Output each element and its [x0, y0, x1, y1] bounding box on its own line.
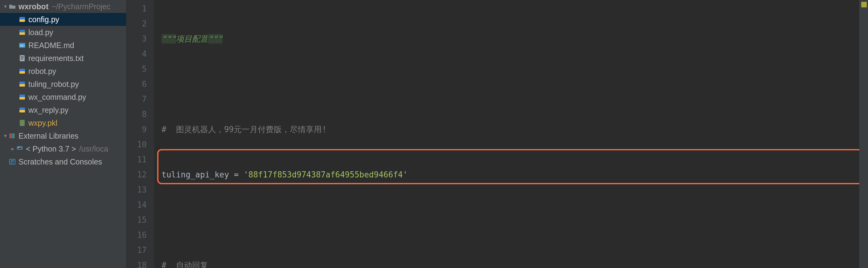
txt-file-icon: [18, 55, 27, 62]
code-line: tuling_api_key = '88f17f853d974387af6495…: [154, 167, 859, 182]
tree-root[interactable]: ▾ wxrobot ~/PycharmProjec: [0, 0, 126, 13]
tree-file-label: config.py: [28, 13, 59, 26]
svg-rect-14: [20, 110, 25, 112]
svg-rect-1: [20, 20, 25, 22]
py-file-icon: [18, 16, 27, 23]
svg-rect-10: [20, 84, 25, 87]
svg-rect-16: [9, 133, 11, 138]
svg-rect-8: [20, 71, 25, 74]
line-number: 16: [126, 228, 147, 243]
line-number: 2: [126, 16, 147, 31]
tree-file-label: wxpy.pkl: [28, 116, 57, 129]
tree-file[interactable]: requirements.txt: [0, 52, 126, 65]
project-tree[interactable]: ▾ wxrobot ~/PycharmProjec config.pyload.…: [0, 0, 126, 268]
code-line: """项目配置""": [154, 31, 859, 46]
tree-file-label: load.py: [28, 26, 53, 39]
tree-file[interactable]: config.py: [0, 13, 126, 26]
tree-root-name: wxrobot: [19, 0, 49, 13]
tree-file[interactable]: wxpy.pkl: [0, 116, 126, 129]
code-editor[interactable]: """项目配置""" # 图灵机器人，99元一月付费版，尽情享用! tuling…: [154, 0, 859, 268]
line-number: 8: [126, 107, 147, 122]
line-number: 9: [126, 122, 147, 137]
scratch-icon: [8, 159, 17, 165]
tree-file[interactable]: wx_reply.py: [0, 103, 126, 116]
line-number: 4: [126, 46, 147, 62]
tree-file[interactable]: wx_command.py: [0, 91, 126, 103]
tree-python-env-label: < Python 3.7 >: [26, 142, 76, 155]
line-number: 18: [126, 258, 147, 268]
py-file-icon: [18, 68, 27, 74]
tree-ext-lib-label: External Libraries: [19, 129, 79, 142]
line-number: 3: [126, 31, 147, 46]
tree-file-label: wx_command.py: [28, 91, 86, 103]
tree-file-label: wx_reply.py: [28, 103, 68, 116]
line-number: 13: [126, 182, 147, 197]
line-number-gutter[interactable]: 1234567891011121314151617181920: [126, 0, 154, 268]
tree-external-libraries[interactable]: ▾ External Libraries: [0, 129, 126, 142]
code-line: [154, 77, 859, 92]
tree-file[interactable]: load.py: [0, 26, 126, 39]
code-line: # 图灵机器人，99元一月付费版，尽情享用!: [154, 122, 859, 137]
tree-scratches-label: Scratches and Consoles: [19, 155, 102, 168]
svg-rect-6: [20, 55, 25, 61]
line-number: 12: [126, 167, 147, 182]
chevron-down-icon: ▾: [2, 0, 8, 13]
tree-python-env[interactable]: ▸ < Python 3.7 > /usr/loca: [0, 142, 126, 155]
tree-python-env-path: /usr/loca: [79, 142, 108, 155]
editor-scrollbar[interactable]: [859, 0, 868, 268]
tree-root-path: ~/PycharmProjec: [52, 0, 110, 13]
svg-rect-15: [20, 120, 25, 126]
warning-indicator-icon: [861, 2, 867, 7]
chevron-down-icon: ▾: [2, 129, 8, 142]
line-number: 1: [126, 1, 147, 16]
tree-file-label: requirements.txt: [28, 52, 84, 65]
tree-file-label: tuling_robot.py: [28, 78, 79, 91]
py-file-icon: [18, 94, 27, 100]
pkl-file-icon: [18, 120, 27, 126]
line-number: 17: [126, 243, 147, 258]
tree-file[interactable]: robot.py: [0, 65, 126, 78]
line-number: 15: [126, 212, 147, 228]
tree-file[interactable]: tuling_robot.py: [0, 78, 126, 91]
line-number: 5: [126, 62, 147, 77]
py-file-icon: [18, 29, 27, 36]
line-number: 10: [126, 137, 147, 152]
svg-rect-18: [13, 133, 14, 138]
folder-icon: [8, 4, 17, 9]
py-file-icon: [18, 81, 27, 88]
code-line: # 自动回复: [154, 258, 859, 268]
tree-scratches[interactable]: Scratches and Consoles: [0, 155, 126, 168]
tree-file-label: robot.py: [28, 65, 56, 78]
tree-file[interactable]: MDREADME.md: [0, 39, 126, 52]
md-file-icon: MD: [18, 42, 27, 48]
library-icon: [8, 133, 17, 139]
line-number: 11: [126, 152, 147, 167]
svg-rect-17: [11, 133, 13, 138]
svg-rect-12: [20, 97, 25, 100]
line-number: 6: [126, 77, 147, 92]
svg-rect-3: [20, 32, 25, 35]
chevron-right-icon: ▸: [10, 142, 16, 155]
python-icon: [16, 145, 24, 152]
tree-file-label: README.md: [28, 39, 74, 52]
svg-text:MD: MD: [20, 44, 25, 47]
py-file-icon: [18, 107, 27, 113]
svg-point-19: [19, 147, 19, 147]
line-number: 14: [126, 197, 147, 212]
code-line: [154, 212, 859, 228]
line-number: 7: [126, 92, 147, 107]
